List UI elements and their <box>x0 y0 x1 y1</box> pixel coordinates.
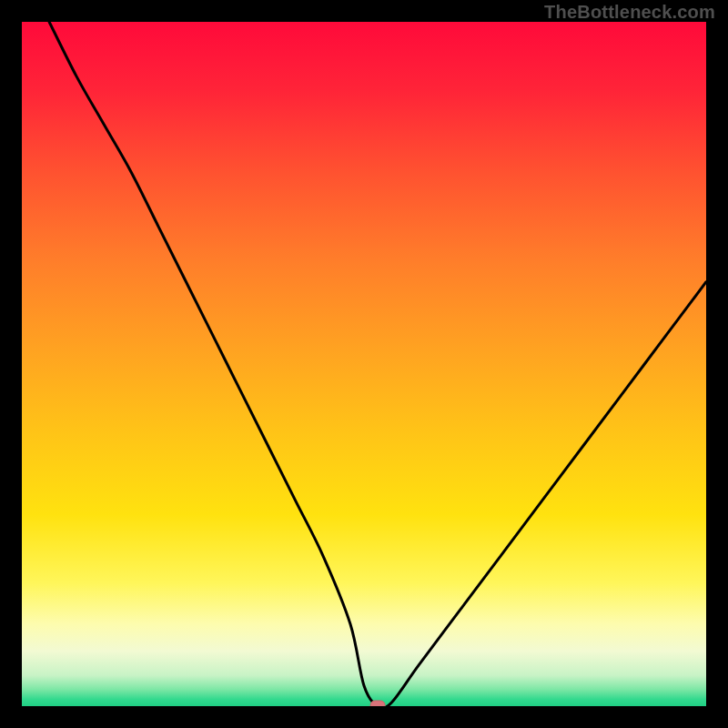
bottleneck-plot <box>22 22 706 706</box>
gradient-background <box>22 22 706 706</box>
chart-frame: TheBottleneck.com <box>0 0 728 728</box>
watermark-label: TheBottleneck.com <box>544 2 715 23</box>
optimum-marker <box>370 701 385 706</box>
